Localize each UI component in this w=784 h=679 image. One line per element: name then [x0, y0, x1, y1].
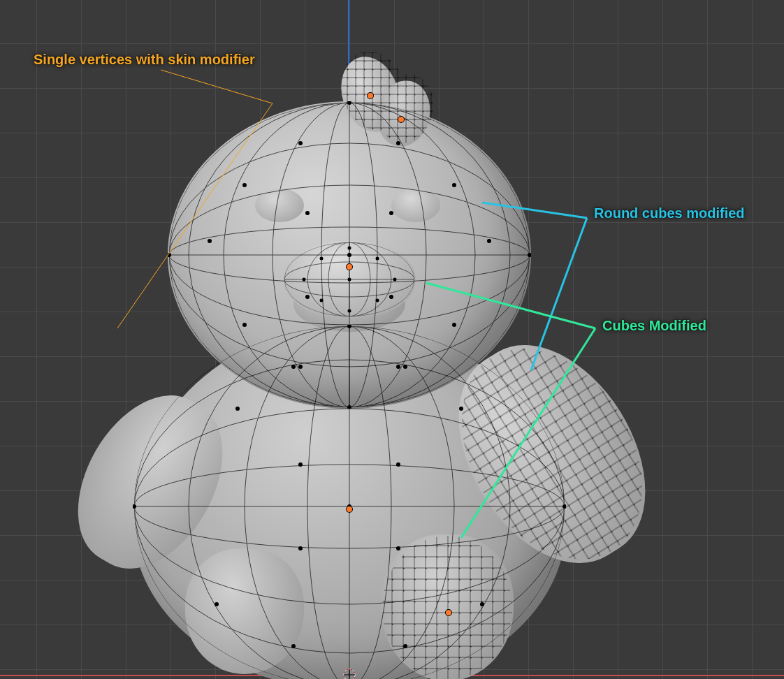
- annotation-single-vertices-skin: Single vertices with skin modifier: [34, 52, 255, 68]
- viewport-3d[interactable]: Single vertices with skin modifier Round…: [0, 0, 784, 679]
- origin-tuft-1: [368, 93, 373, 98]
- part-foot-right: [381, 534, 514, 679]
- part-beak-upper: [283, 241, 416, 318]
- character-chicken: [63, 59, 636, 674]
- annotation-round-cubes-modified: Round cubes modified: [594, 205, 745, 221]
- part-eye-left: [255, 189, 304, 222]
- origin-body: [347, 506, 352, 512]
- origin-tuft-2: [398, 117, 404, 122]
- annotation-cubes-modified: Cubes Modified: [602, 318, 706, 334]
- cursor-3d-icon: [342, 668, 356, 679]
- origin-foot-r: [446, 610, 451, 615]
- part-foot-left: [185, 548, 304, 674]
- origin-beak: [347, 264, 352, 270]
- part-eye-right: [391, 189, 440, 222]
